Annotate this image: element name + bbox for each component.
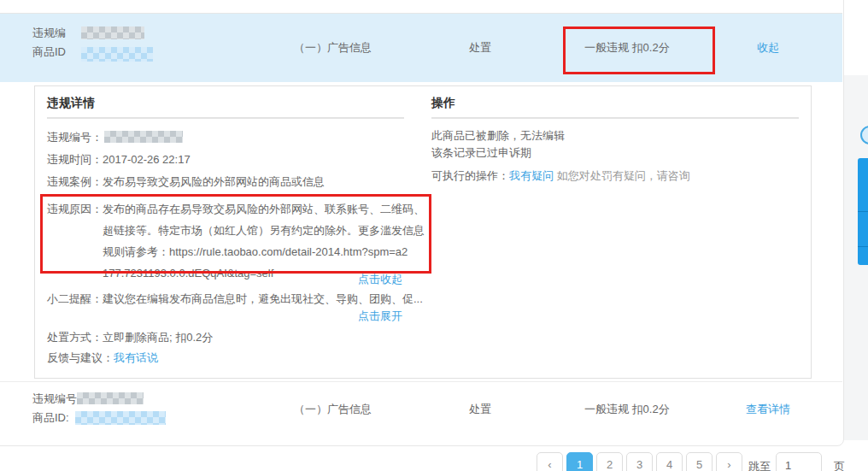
redacted-collapsed-product-id [75,411,166,425]
detail-time-row: 违规时间：2017-02-26 22:17 [47,152,191,167]
reason-collapse-link[interactable]: 点击收起 [358,272,402,286]
collapsed-product-id-label: 商品ID: [32,410,69,425]
detail-case-row: 违规案例：发布易导致交易风险的外部网站的商品或信息 [47,174,325,189]
redacted-product-id [81,47,153,62]
action-type: 处置 [469,40,491,55]
detail-case-label: 违规案例： [47,175,103,188]
feedback-link[interactable]: 我有话说 [114,351,158,364]
pagination-prev-button[interactable]: ‹ [537,452,563,471]
detail-dispose-label: 处置方式： [47,331,103,344]
pagination-next-button[interactable]: › [716,452,742,471]
ask-question-link[interactable]: 我有疑问 [509,169,554,182]
chevron-right-icon: › [727,458,730,471]
detail-tip-label: 小二提醒： [47,292,103,305]
widget-separator [858,211,868,212]
detail-tip-value: 建议您在编辑发布商品信息时，避免出现社交、导购、团购、促... [103,292,423,305]
detail-dispose-row: 处置方式：立即删除商品; 扣0.2分 [47,330,213,344]
operation-title-rule [431,117,799,119]
detail-time-label: 违规时间： [47,153,103,166]
exec-label: 可执行的操作： [431,169,509,182]
row-divider [0,381,842,382]
detail-case-value: 发布易导致交易风险的外部网站的商品或信息 [103,175,325,188]
violation-records-screen: 违规编 商品ID （一）广告信息 处置 一般违规 扣0.2分 收起 违规详情 违… [0,0,868,471]
violation-category: （一）广告信息 [294,40,372,55]
chevron-left-icon: ‹ [548,458,551,471]
redacted-collapsed-violation-number [77,392,144,404]
collapse-record-link[interactable]: 收起 [757,40,779,55]
annotation-box-penalty [563,26,715,74]
detail-dispose-value: 立即删除商品; 扣0.2分 [103,331,213,344]
detail-feedback-label: 反馈与建议： [47,351,114,364]
redacted-violation-number [81,26,144,39]
detail-feedback-row: 反馈与建议：我有话说 [47,350,158,365]
jump-to-label: 跳至 [748,459,771,471]
detail-section-title: 违规详情 [47,96,95,111]
detail-no-label: 违规编号： [47,130,103,144]
product-id-label: 商品ID [32,44,66,59]
collapsed-penalty: 一般违规 扣0.2分 [584,402,670,416]
collapsed-action: 处置 [469,402,491,416]
detail-tip-row: 小二提醒：建议您在编辑发布商品信息时，避免出现社交、导购、团购、促... [47,291,423,306]
view-detail-link[interactable]: 查看详情 [746,402,790,416]
annotation-box-reason [40,194,431,274]
pagination-page-2[interactable]: 2 [596,452,623,471]
collapsed-category: （一）广告信息 [294,402,372,416]
operation-section-title: 操作 [431,96,455,111]
page-unit-label: 页 [834,459,845,471]
pagination-page-3[interactable]: 3 [626,452,653,471]
widget-separator [858,246,868,247]
detail-title-rule [47,117,404,119]
operation-status-line1: 此商品已被删除，无法编辑 [431,128,565,143]
pagination-page-5[interactable]: 5 [686,452,713,471]
jump-to-page-input[interactable] [776,452,822,471]
tip-expand-link[interactable]: 点击展开 [358,309,402,323]
pagination-page-4[interactable]: 4 [656,452,683,471]
operation-status-line2: 该条记录已过申诉期 [431,145,531,160]
docked-sidebar-widget[interactable] [858,158,868,265]
exec-hint-text: 如您对处罚有疑问，请咨询 [557,169,690,182]
pagination-page-1[interactable]: 1 [566,452,593,471]
violation-no-label: 违规编 [32,26,66,40]
redacted-detail-violation-number [104,131,183,143]
operation-exec-row: 可执行的操作：我有疑问 如您对处罚有疑问，请咨询 [431,168,690,183]
detail-time-value: 2017-02-26 22:17 [103,153,191,166]
collapsed-violation-no-label: 违规编号 [32,392,77,406]
